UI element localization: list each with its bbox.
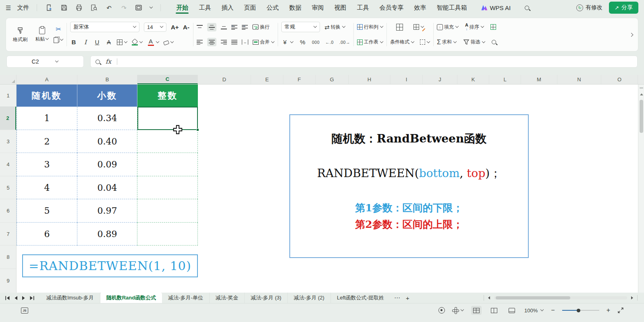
- column-header-h[interactable]: H: [349, 75, 391, 84]
- file-menu[interactable]: 文件: [17, 4, 29, 12]
- function-info-box[interactable]: 随机数：RandBetween函数 RANDBETWEEN(bottom, to…: [289, 114, 529, 258]
- next-sheet-icon[interactable]: [22, 296, 25, 300]
- cell-c4[interactable]: [137, 153, 198, 176]
- column-header-d[interactable]: D: [198, 75, 251, 84]
- zoom-out-button[interactable]: −: [551, 307, 555, 314]
- name-box[interactable]: C2: [6, 56, 84, 68]
- underline-icon[interactable]: U: [93, 39, 101, 45]
- select-all-corner[interactable]: [0, 75, 17, 84]
- font-name-select[interactable]: 新宋体: [70, 22, 139, 32]
- sync-status[interactable]: ↻ 有修改: [576, 4, 602, 11]
- merge-cells-button[interactable]: 合并: [253, 39, 274, 45]
- decrease-indent-button[interactable]: ←: [231, 25, 237, 30]
- table-style-button[interactable]: [396, 24, 403, 31]
- tab-review[interactable]: 审阅: [311, 1, 324, 15]
- tab-data[interactable]: 数据: [289, 1, 301, 15]
- canvas-position-button[interactable]: [452, 307, 464, 314]
- column-header-l[interactable]: L: [489, 75, 521, 84]
- first-sheet-icon[interactable]: [5, 296, 10, 300]
- sheet-tab-bonus[interactable]: 减法-奖金: [210, 293, 245, 303]
- redo-icon[interactable]: ↷: [119, 3, 128, 12]
- cell-a2[interactable]: 1: [17, 107, 77, 130]
- copy-icon[interactable]: [54, 37, 60, 43]
- toolbar-options-chevron[interactable]: [150, 5, 153, 8]
- row-header-2[interactable]: 2: [0, 107, 16, 130]
- sheet-tab-imsub[interactable]: 减法函数Imsub-多月: [40, 293, 100, 303]
- export-icon[interactable]: [45, 3, 54, 12]
- column-header-o[interactable]: O: [601, 75, 638, 84]
- horizontal-scroll-track[interactable]: [494, 296, 627, 299]
- cell-b2[interactable]: 0.34: [77, 107, 137, 130]
- search-icon[interactable]: [522, 3, 531, 12]
- tab-insert[interactable]: 插入: [221, 1, 234, 15]
- column-header-k[interactable]: K: [457, 75, 489, 84]
- cell-style-button[interactable]: [413, 24, 424, 30]
- sort-button[interactable]: A↓排序: [465, 23, 484, 31]
- share-button[interactable]: ↗ 分享: [609, 2, 638, 14]
- wps-ai-button[interactable]: WPS AI: [481, 4, 511, 11]
- cell-a7[interactable]: 6: [17, 223, 77, 246]
- formula-note-box[interactable]: =RANDBETWEEN(1, 10): [22, 254, 198, 277]
- sheet-tab-multi3[interactable]: 减法-多月 (3): [245, 293, 288, 303]
- sheet-overflow-button[interactable]: ⋯: [394, 294, 400, 301]
- add-sheet-button[interactable]: +: [406, 295, 409, 301]
- view-normal-button[interactable]: [471, 306, 482, 315]
- tab-smart-toolbox[interactable]: 智能工具箱: [436, 1, 467, 15]
- cells-format-button[interactable]: [490, 24, 496, 30]
- tab-view[interactable]: 视图: [334, 1, 347, 15]
- scrollbar-collapse-handle[interactable]: [640, 87, 643, 89]
- cell-b5[interactable]: 0.04: [77, 176, 137, 199]
- switch-window-icon[interactable]: [134, 3, 143, 12]
- column-header-a[interactable]: A: [17, 75, 77, 84]
- tab-formulas[interactable]: 公式: [266, 1, 279, 15]
- spreadsheet-grid[interactable]: 1 2 3 4 5 6 7 8 9 随机数 小数 整数 1 0.34 2 0.4…: [0, 85, 638, 293]
- zoom-level-select[interactable]: 100%: [524, 308, 544, 314]
- find-button[interactable]: [492, 40, 496, 44]
- column-header-b[interactable]: B: [77, 75, 137, 84]
- increase-indent-button[interactable]: →: [242, 25, 248, 30]
- cell-a4[interactable]: 3: [17, 153, 77, 176]
- convert-button[interactable]: ⇄转换: [324, 24, 345, 31]
- font-size-select[interactable]: 14: [144, 23, 166, 32]
- font-color-button[interactable]: A: [147, 38, 159, 46]
- row-header-8[interactable]: 8: [0, 246, 16, 269]
- column-header-e[interactable]: E: [251, 75, 283, 84]
- decrease-decimal-icon[interactable]: .00→: [339, 40, 350, 45]
- js-macro-icon[interactable]: JS: [21, 308, 28, 314]
- view-pagebreak-button[interactable]: [489, 306, 499, 315]
- column-header-i[interactable]: I: [391, 75, 423, 84]
- ribbon-expand-button[interactable]: [625, 20, 637, 50]
- column-header-n[interactable]: N: [557, 75, 601, 84]
- cell-b6[interactable]: 0.97: [77, 199, 137, 223]
- previous-sheet-icon[interactable]: [14, 296, 18, 300]
- justify-button[interactable]: [231, 39, 237, 45]
- row-header-4[interactable]: 4: [0, 153, 16, 176]
- column-header-f[interactable]: F: [283, 75, 316, 84]
- column-header-g[interactable]: G: [316, 75, 349, 84]
- column-header-m[interactable]: M: [521, 75, 557, 84]
- tab-membership[interactable]: 会员专享: [379, 1, 404, 15]
- sheet-tab-unit[interactable]: 减法-多月-单位: [162, 293, 210, 303]
- cell-c7[interactable]: [137, 223, 198, 246]
- formula-zoom-icon[interactable]: [96, 60, 100, 64]
- row-header-3[interactable]: 3: [0, 130, 16, 153]
- row-header-6[interactable]: 6: [0, 199, 16, 223]
- hamburger-menu-icon[interactable]: ☰: [6, 5, 11, 11]
- shrink-font-icon[interactable]: A-: [183, 24, 190, 31]
- percent-format-icon[interactable]: %: [299, 39, 306, 45]
- align-center-button[interactable]: [207, 38, 216, 46]
- zoom-slider[interactable]: [562, 308, 599, 313]
- zoom-in-button[interactable]: +: [607, 307, 610, 314]
- align-right-button[interactable]: [221, 39, 227, 45]
- fullscreen-icon[interactable]: [617, 307, 624, 314]
- cell-frame-button[interactable]: [420, 39, 430, 45]
- header-cell-c1[interactable]: 整数: [137, 85, 198, 107]
- cell-b7[interactable]: 0.89: [77, 223, 137, 246]
- scroll-right-arrow[interactable]: [631, 296, 633, 299]
- cell-a5[interactable]: 4: [17, 176, 77, 199]
- number-format-select[interactable]: 常规: [281, 22, 320, 32]
- tab-page[interactable]: 页面: [243, 1, 256, 15]
- rows-columns-button[interactable]: 行和列: [357, 24, 383, 31]
- increase-decimal-icon[interactable]: ←.0: [325, 40, 334, 45]
- align-top-button[interactable]: [197, 25, 203, 30]
